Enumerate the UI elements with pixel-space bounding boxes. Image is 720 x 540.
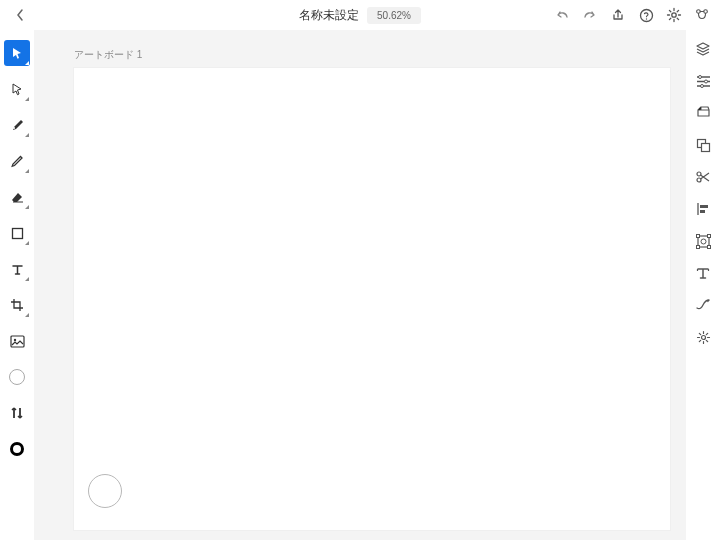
svg-point-24	[701, 335, 705, 339]
svg-rect-13	[701, 143, 709, 151]
svg-point-1	[645, 18, 646, 19]
adjust-tool[interactable]	[4, 400, 30, 426]
svg-point-2	[672, 13, 676, 17]
svg-point-8	[13, 338, 15, 340]
svg-rect-19	[696, 234, 699, 237]
settings-button[interactable]	[666, 7, 682, 23]
crop-tool[interactable]	[4, 292, 30, 318]
svg-point-9	[698, 75, 701, 78]
bounding-box-icon[interactable]	[694, 232, 712, 250]
svg-point-23	[701, 239, 706, 244]
type-panel-icon[interactable]	[694, 264, 712, 282]
back-button[interactable]	[10, 5, 30, 25]
fill-swatch[interactable]	[4, 364, 30, 390]
panel-settings-icon[interactable]	[694, 328, 712, 346]
svg-rect-16	[700, 205, 708, 208]
top-bar: 名称未設定 50.62%	[0, 0, 720, 30]
puppet-icon[interactable]	[694, 7, 710, 23]
eraser-tool[interactable]	[4, 184, 30, 210]
svg-point-10	[704, 80, 707, 83]
pencil-tool[interactable]	[4, 148, 30, 174]
artboard-label[interactable]: アートボード 1	[74, 48, 670, 62]
zoom-level[interactable]: 50.62%	[367, 7, 421, 24]
svg-rect-17	[700, 210, 705, 213]
pathfinder-panel-icon[interactable]	[694, 136, 712, 154]
share-button[interactable]	[610, 7, 626, 23]
direct-select-tool[interactable]	[4, 76, 30, 102]
document-title[interactable]: 名称未設定	[299, 7, 359, 24]
select-tool[interactable]	[4, 40, 30, 66]
stroke-swatch[interactable]	[4, 436, 30, 462]
svg-rect-6	[12, 228, 22, 238]
svg-point-5	[13, 127, 15, 129]
layers-panel-icon[interactable]	[694, 40, 712, 58]
shape-tool[interactable]	[4, 220, 30, 246]
type-tool[interactable]	[4, 256, 30, 282]
canvas-area: アートボード 1	[34, 30, 686, 540]
transform-panel-icon[interactable]	[694, 104, 712, 122]
svg-rect-22	[707, 245, 710, 248]
right-panel-strip	[686, 30, 720, 540]
svg-rect-20	[707, 234, 710, 237]
artboard[interactable]	[74, 68, 670, 530]
scissors-icon[interactable]	[694, 168, 712, 186]
help-button[interactable]	[638, 7, 654, 23]
brush-panel-icon[interactable]	[694, 296, 712, 314]
stroke-ring-icon	[10, 442, 24, 456]
fill-circle-icon	[9, 369, 25, 385]
pen-tool[interactable]	[4, 112, 30, 138]
align-panel-icon[interactable]	[694, 200, 712, 218]
properties-panel-icon[interactable]	[694, 72, 712, 90]
left-toolbar	[0, 30, 34, 540]
redo-button[interactable]	[582, 7, 598, 23]
canvas-ellipse-shape[interactable]	[88, 474, 122, 508]
svg-rect-7	[11, 336, 24, 347]
svg-rect-21	[696, 245, 699, 248]
svg-point-11	[700, 84, 703, 87]
undo-button[interactable]	[554, 7, 570, 23]
image-tool[interactable]	[4, 328, 30, 354]
